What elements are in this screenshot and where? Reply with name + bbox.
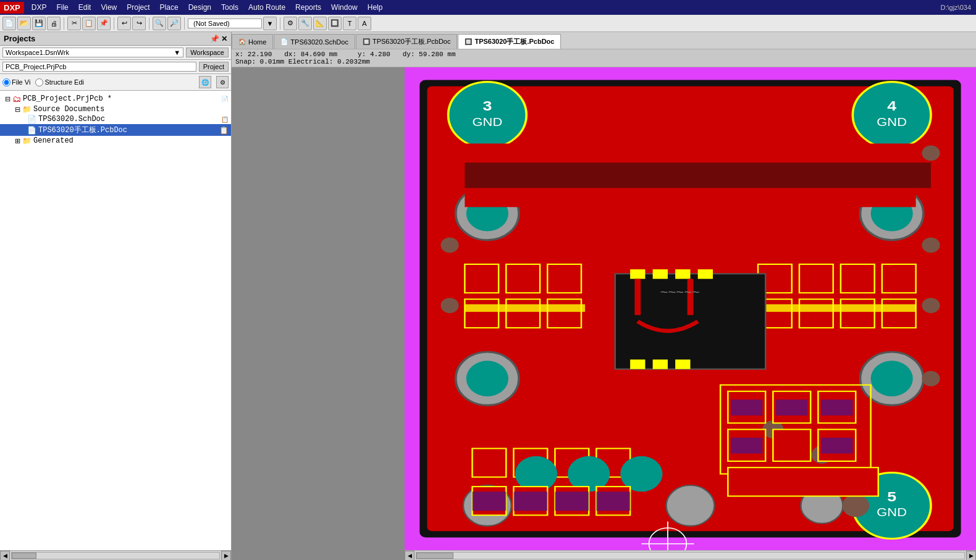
view-structure-radio[interactable]: Structure Edi [35, 78, 84, 86]
project-input[interactable] [2, 62, 196, 72]
coord-x: x: 22.190 [235, 51, 272, 58]
workspace-dropdown[interactable]: Workspace1.DsnWrk ▼ [2, 48, 183, 57]
svg-rect-54 [758, 304, 916, 312]
project-button[interactable]: Project [199, 62, 229, 72]
tree-source-docs[interactable]: ⊟ 📁 Source Documents [0, 104, 231, 114]
menu-autoroute[interactable]: Auto Route [243, 2, 290, 13]
panel-icon-btn2[interactable]: ⚙ [216, 76, 229, 88]
view-file-input[interactable] [2, 78, 11, 86]
menu-help[interactable]: Help [363, 2, 388, 13]
tb-extra3[interactable]: 📐 [313, 17, 327, 30]
panel-icon-btn1[interactable]: 🌐 [199, 76, 211, 88]
tb-extra1[interactable]: ⚙ [284, 17, 297, 30]
tb-extra2[interactable]: 🔧 [298, 17, 312, 30]
tree-root-expand[interactable]: ⊟ [5, 95, 11, 103]
svg-text:3: 3 [482, 98, 492, 114]
tb-extra6[interactable]: A [358, 17, 371, 30]
tree-source-label: Source Documents [33, 105, 104, 114]
tree-file2[interactable]: 📄 TPS63020手工板.PcbDoc 📋 [0, 124, 231, 136]
view-structure-label: Structure Edi [44, 78, 84, 86]
menu-edit[interactable]: Edit [74, 2, 96, 13]
menu-view[interactable]: View [96, 2, 122, 13]
tb-save[interactable]: 💾 [32, 17, 46, 30]
svg-text:GND: GND [877, 506, 907, 519]
tree-generated-expand[interactable]: ⊞ [15, 137, 20, 145]
tree-root-file-icon: 📄 [221, 96, 229, 102]
tb-new[interactable]: 📄 [2, 17, 16, 30]
tree-schdoc-icon: 📄 [27, 115, 36, 123]
menu-file[interactable]: File [51, 2, 73, 13]
tree-file1[interactable]: 📄 TPS63020.SchDoc 📋 [0, 114, 231, 124]
tab-schdoc[interactable]: 📄 TPS63020.SchDoc [274, 34, 355, 49]
menu-dxp[interactable]: DXP [27, 2, 52, 13]
tab-pcbdoc1[interactable]: 🔲 TPS63020手工板.PcbDoc [356, 34, 458, 49]
svg-point-30 [440, 298, 458, 314]
tab-pcbdoc2[interactable]: 🔲 TPS63020手工板.PcbDoc [458, 34, 561, 49]
svg-text:EN: EN [521, 406, 559, 432]
h-scroll[interactable]: ◀ ▶ [0, 550, 231, 560]
tb-zoom-out[interactable]: 🔎 [167, 17, 181, 30]
svg-rect-82 [555, 491, 589, 511]
tab-home[interactable]: 🏠 Home [232, 34, 273, 49]
tb-open[interactable]: 📂 [17, 17, 31, 30]
svg-rect-59 [698, 269, 713, 278]
view-file-radio[interactable]: File Vi [2, 78, 30, 86]
svg-rect-57 [653, 269, 668, 278]
tb-redo[interactable]: ↪ [132, 17, 146, 30]
tree-generated-icon: 📁 [22, 136, 32, 145]
tb-dropdown[interactable]: ▼ [263, 17, 277, 30]
svg-rect-47 [841, 264, 875, 293]
h-scroll-track[interactable] [416, 552, 965, 559]
svg-rect-43 [506, 299, 540, 328]
project-row: Project [0, 60, 231, 74]
tree-folder-icon: 📁 [22, 105, 32, 114]
scroll-right[interactable]: ▶ [221, 551, 231, 561]
scroll-track[interactable] [11, 552, 220, 559]
tb-print[interactable]: 🖨 [47, 17, 61, 30]
pcb-canvas[interactable]: 3 GND 4 GND 5 GND 1 NetL1_1 2 NetL1_2 [232, 67, 976, 560]
menu-project[interactable]: Project [122, 2, 154, 13]
bottom-scrollbar[interactable]: ◀ ▶ [405, 550, 976, 560]
svg-text:4: 4 [887, 98, 896, 114]
tb-zoom-in[interactable]: 🔍 [153, 17, 166, 30]
panel-pin[interactable]: 📌 [210, 35, 219, 43]
tb-cut[interactable]: ✂ [67, 17, 81, 30]
svg-rect-92 [821, 399, 852, 416]
tree-file2-extra: 📋 [219, 126, 229, 135]
svg-text:~~~~~: ~~~~~ [660, 286, 700, 298]
svg-text:PG: PG [634, 406, 673, 432]
menu-place[interactable]: Place [155, 2, 183, 13]
tb-extra5[interactable]: T [343, 17, 356, 30]
coord-bar: x: 22.190 dx: 84.690 mm y: 4.280 dy: 59.… [232, 49, 976, 67]
svg-rect-40 [506, 264, 540, 293]
tab-home-label: Home [248, 38, 266, 46]
tb-paste[interactable]: 📌 [97, 17, 111, 30]
tree-area[interactable]: ⊟ 🗂 PCB_Project.PrjPcb * 📄 ⊟ 📁 Source Do… [0, 91, 231, 550]
tab-schdoc-label: TPS63020.SchDoc [290, 38, 348, 46]
menu-window[interactable]: Window [326, 2, 363, 13]
svg-rect-61 [653, 359, 668, 369]
svg-rect-80 [473, 491, 507, 511]
tb-extra4[interactable]: 🔲 [328, 17, 342, 30]
h-scroll-left[interactable]: ◀ [405, 551, 414, 561]
svg-rect-44 [547, 299, 581, 328]
scroll-left[interactable]: ◀ [0, 551, 10, 561]
workspace-button[interactable]: Workspace [186, 48, 229, 57]
svg-rect-62 [675, 359, 690, 369]
tb-undo[interactable]: ↩ [117, 17, 131, 30]
tree-root[interactable]: ⊟ 🗂 PCB_Project.PrjPcb * 📄 [0, 93, 231, 104]
tb-copy[interactable]: 📋 [82, 17, 96, 30]
content-area: 🏠 Home 📄 TPS63020.SchDoc 🔲 TPS63020手工板.P… [232, 32, 976, 560]
tree-source-expand[interactable]: ⊟ [15, 106, 20, 114]
menu-design[interactable]: Design [183, 2, 216, 13]
view-structure-input[interactable] [35, 78, 43, 86]
menu-reports[interactable]: Reports [290, 2, 326, 13]
h-scroll-right[interactable]: ▶ [966, 551, 976, 561]
menu-tools[interactable]: Tools [216, 2, 243, 13]
tab-schdoc-icon: 📄 [280, 38, 288, 45]
svg-rect-87 [773, 430, 810, 461]
menu-bar: DXP DXP File Edit View Project Place Des… [0, 0, 976, 15]
panel-close[interactable]: ✕ [221, 35, 227, 43]
tree-generated[interactable]: ⊞ 📁 Generated [0, 136, 231, 146]
svg-point-35 [842, 494, 869, 517]
